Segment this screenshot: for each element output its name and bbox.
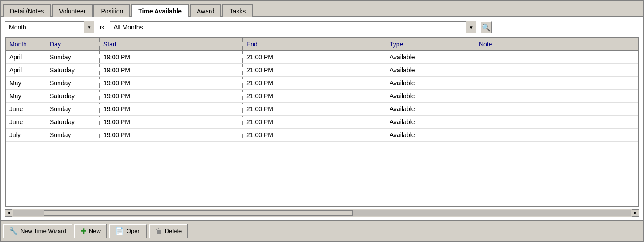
- cell-end: 21:00 PM: [243, 51, 386, 63]
- scroll-right-button[interactable]: ▶: [632, 209, 639, 217]
- tab-position[interactable]: Position: [93, 4, 130, 17]
- cell-note: [475, 103, 638, 115]
- cell-month: May: [6, 90, 46, 102]
- cell-month: April: [6, 51, 46, 63]
- cell-day: Sunday: [46, 51, 100, 63]
- cell-month: May: [6, 77, 46, 89]
- scroll-thumb[interactable]: [44, 210, 353, 216]
- open-button[interactable]: 📄 Open: [109, 224, 147, 238]
- cell-type: Available: [386, 116, 475, 128]
- tab-bar: Detail/NotesVolunteerPositionTime Availa…: [1, 1, 643, 17]
- tab-volunteer[interactable]: Volunteer: [52, 4, 93, 17]
- cell-end: 21:00 PM: [243, 129, 386, 141]
- col-header-start: Start: [100, 38, 243, 50]
- col-header-month: Month: [6, 38, 46, 50]
- tab-time-available[interactable]: Time Available: [131, 4, 189, 17]
- filter-operator-label: is: [98, 24, 106, 31]
- cell-start: 19:00 PM: [100, 51, 243, 63]
- col-header-end: End: [243, 38, 386, 50]
- cell-start: 19:00 PM: [100, 103, 243, 115]
- cell-note: [475, 129, 638, 141]
- cell-day: Sunday: [46, 129, 100, 141]
- new-label: New: [89, 228, 101, 234]
- cell-start: 19:00 PM: [100, 77, 243, 89]
- delete-label: Delete: [165, 228, 182, 234]
- cell-end: 21:00 PM: [243, 103, 386, 115]
- cell-type: Available: [386, 64, 475, 76]
- cell-type: Available: [386, 90, 475, 102]
- table-header: Month Day Start End Type Note: [6, 38, 638, 51]
- new-time-wizard-label: New Time Wizard: [21, 228, 66, 234]
- cell-note: [475, 116, 638, 128]
- cell-note: [475, 77, 638, 89]
- cell-start: 19:00 PM: [100, 90, 243, 102]
- cell-month: July: [6, 129, 46, 141]
- col-header-type: Type: [386, 38, 475, 50]
- table-row[interactable]: AprilSunday19:00 PM21:00 PMAvailable: [6, 51, 638, 64]
- open-icon: 📄: [115, 227, 124, 235]
- cell-month: June: [6, 116, 46, 128]
- horizontal-scrollbar[interactable]: ◀ ▶: [5, 209, 639, 217]
- cell-day: Saturday: [46, 116, 100, 128]
- filter-field-select[interactable]: Month Day Start End Type: [5, 21, 94, 33]
- filter-value-select[interactable]: All Months January February March April …: [110, 21, 476, 33]
- tab-tasks[interactable]: Tasks: [222, 4, 253, 17]
- cell-type: Available: [386, 129, 475, 141]
- delete-icon: 🗑: [155, 227, 162, 235]
- cell-day: Saturday: [46, 90, 100, 102]
- tab-award[interactable]: Award: [190, 4, 221, 17]
- cell-day: Saturday: [46, 64, 100, 76]
- cell-end: 21:00 PM: [243, 116, 386, 128]
- cell-month: June: [6, 103, 46, 115]
- filter-row: Month Day Start End Type ▼ is All Months…: [5, 21, 639, 33]
- filter-value-wrapper: All Months January February March April …: [110, 21, 476, 33]
- table-body[interactable]: AprilSunday19:00 PM21:00 PMAvailableApri…: [6, 51, 638, 206]
- table-row[interactable]: JuneSaturday19:00 PM21:00 PMAvailable: [6, 116, 638, 129]
- cell-type: Available: [386, 77, 475, 89]
- cell-note: [475, 64, 638, 76]
- cell-type: Available: [386, 51, 475, 63]
- new-time-wizard-button[interactable]: 🔧 New Time Wizard: [3, 224, 72, 238]
- delete-button[interactable]: 🗑 Delete: [149, 224, 188, 238]
- table-row[interactable]: AprilSaturday19:00 PM21:00 PMAvailable: [6, 64, 638, 77]
- cell-start: 19:00 PM: [100, 116, 243, 128]
- button-bar: 🔧 New Time Wizard ✚ New 📄 Open 🗑 Delete: [1, 221, 643, 241]
- new-button[interactable]: ✚ New: [74, 224, 107, 238]
- wizard-icon: 🔧: [9, 227, 18, 235]
- cell-end: 21:00 PM: [243, 64, 386, 76]
- cell-note: [475, 51, 638, 63]
- cell-note: [475, 90, 638, 102]
- cell-end: 21:00 PM: [243, 90, 386, 102]
- table-row[interactable]: JulySunday19:00 PM21:00 PMAvailable: [6, 129, 638, 142]
- scroll-left-button[interactable]: ◀: [5, 209, 12, 217]
- main-content: Month Day Start End Type ▼ is All Months…: [1, 17, 643, 221]
- col-header-note: Note: [475, 38, 638, 50]
- cell-end: 21:00 PM: [243, 77, 386, 89]
- cell-start: 19:00 PM: [100, 64, 243, 76]
- open-label: Open: [127, 228, 141, 234]
- cell-type: Available: [386, 103, 475, 115]
- col-header-day: Day: [46, 38, 100, 50]
- cell-start: 19:00 PM: [100, 129, 243, 141]
- filter-field-wrapper: Month Day Start End Type ▼: [5, 21, 94, 33]
- cell-day: Sunday: [46, 77, 100, 89]
- cell-month: April: [6, 64, 46, 76]
- table-row[interactable]: MaySaturday19:00 PM21:00 PMAvailable: [6, 90, 638, 103]
- scroll-track[interactable]: [13, 210, 631, 216]
- time-available-table: Month Day Start End Type Note AprilSunda…: [5, 37, 639, 207]
- search-button[interactable]: 🔍: [480, 21, 492, 33]
- table-row[interactable]: MaySunday19:00 PM21:00 PMAvailable: [6, 77, 638, 90]
- cell-day: Sunday: [46, 103, 100, 115]
- new-icon: ✚: [80, 227, 86, 235]
- tab-detail-notes[interactable]: Detail/Notes: [3, 4, 51, 17]
- table-row[interactable]: JuneSunday19:00 PM21:00 PMAvailable: [6, 103, 638, 116]
